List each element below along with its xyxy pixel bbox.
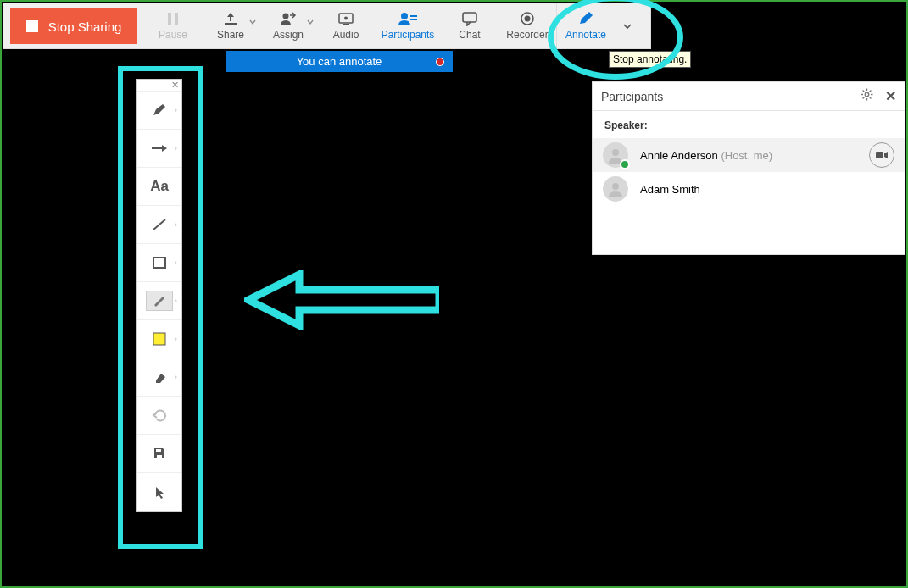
- stop-sharing-label: Stop Sharing: [48, 19, 122, 34]
- participant-row[interactable]: Annie Anderson (Host, me): [593, 138, 905, 172]
- save-icon: [153, 447, 166, 460]
- annotation-tool-panel: ✕ › › Aa › › › › ›: [136, 79, 182, 512]
- cursor-icon: [153, 485, 165, 499]
- svg-rect-10: [463, 13, 476, 22]
- recorder-button[interactable]: Recorder: [499, 3, 556, 48]
- recorder-icon: [517, 11, 538, 26]
- settings-icon[interactable]: [861, 88, 873, 104]
- svg-rect-9: [410, 19, 417, 20]
- save-tool[interactable]: [137, 435, 181, 473]
- annotate-status-bar: You can annotate: [226, 51, 453, 72]
- chevron-right-icon: ›: [175, 373, 177, 381]
- video-button[interactable]: [869, 142, 894, 168]
- share-button[interactable]: Share: [202, 3, 259, 48]
- annotate-icon: [576, 11, 596, 26]
- chevron-down-icon: [249, 19, 256, 25]
- color-swatch-icon: [153, 332, 166, 346]
- top-toolbar: Stop Sharing Pause Share Assign Audio Pa…: [3, 3, 651, 49]
- stop-sharing-button[interactable]: Stop Sharing: [10, 8, 137, 44]
- assign-button[interactable]: Assign: [259, 3, 317, 48]
- svg-rect-29: [876, 152, 883, 158]
- chat-icon: [460, 11, 480, 26]
- svg-rect-1: [175, 13, 178, 25]
- annotate-dropdown[interactable]: [615, 3, 640, 48]
- line-tool[interactable]: ›: [137, 206, 181, 244]
- participants-title: Participants: [601, 90, 663, 103]
- share-label: Share: [217, 29, 244, 41]
- close-icon[interactable]: ✕: [171, 80, 179, 91]
- pause-icon: [163, 11, 183, 26]
- participants-icon: [398, 11, 418, 26]
- highlighter-icon: [146, 291, 173, 311]
- arrow-tool[interactable]: ›: [137, 130, 181, 168]
- share-icon: [220, 11, 241, 26]
- pen-tool[interactable]: ›: [137, 92, 181, 130]
- avatar: [603, 142, 628, 168]
- svg-rect-8: [410, 15, 417, 17]
- avatar: [603, 176, 628, 202]
- text-tool[interactable]: Aa: [137, 168, 181, 206]
- svg-line-14: [153, 219, 165, 230]
- annotate-button[interactable]: Annotate: [557, 3, 615, 48]
- svg-point-6: [344, 17, 348, 20]
- rectangle-tool[interactable]: ›: [137, 244, 181, 282]
- svg-point-12: [525, 16, 531, 22]
- pause-label: Pause: [159, 29, 187, 41]
- close-icon[interactable]: ✕: [885, 88, 896, 104]
- participant-name: Annie Anderson (Host, me): [640, 149, 772, 162]
- svg-point-3: [283, 14, 289, 19]
- audio-icon: [336, 11, 356, 26]
- annotate-label: Annotate: [565, 29, 606, 41]
- rectangle-icon: [152, 256, 167, 269]
- color-tool[interactable]: ›: [137, 320, 181, 358]
- chat-button[interactable]: Chat: [441, 3, 499, 48]
- audio-label: Audio: [333, 29, 359, 41]
- video-icon: [875, 150, 889, 160]
- svg-line-26: [870, 91, 872, 92]
- pause-button[interactable]: Pause: [144, 3, 202, 48]
- svg-rect-17: [156, 449, 161, 452]
- svg-rect-2: [225, 23, 237, 25]
- presence-badge-icon: [620, 159, 630, 169]
- cursor-tool[interactable]: [137, 473, 181, 511]
- participant-role: (Host, me): [721, 149, 772, 162]
- arrow-icon: [150, 142, 169, 154]
- undo-tool[interactable]: [137, 397, 181, 435]
- participant-row[interactable]: Adam Smith: [593, 172, 905, 206]
- stop-icon: [26, 20, 38, 32]
- svg-line-25: [870, 97, 872, 99]
- chevron-down-icon: [307, 19, 314, 25]
- chevron-right-icon: ›: [175, 106, 177, 114]
- eraser-tool[interactable]: ›: [137, 358, 181, 397]
- svg-point-28: [612, 149, 619, 156]
- recorder-label: Recorder: [506, 29, 548, 41]
- chevron-right-icon: ›: [175, 144, 177, 153]
- participants-titlebar: Participants ✕: [593, 82, 905, 111]
- recording-dot-icon: [436, 58, 444, 66]
- chevron-right-icon: ›: [175, 220, 177, 229]
- participants-button[interactable]: Participants: [375, 3, 441, 48]
- tool-panel-close-row: ✕: [137, 80, 181, 92]
- chat-label: Chat: [459, 29, 480, 41]
- text-icon: Aa: [150, 178, 169, 195]
- assign-icon: [278, 11, 298, 26]
- svg-point-19: [865, 92, 868, 96]
- eraser-icon: [151, 370, 168, 384]
- chevron-right-icon: ›: [175, 297, 177, 305]
- speaker-label: Speaker:: [593, 111, 905, 138]
- highlighter-tool[interactable]: ›: [137, 282, 181, 320]
- svg-rect-15: [153, 258, 165, 268]
- svg-rect-0: [168, 13, 171, 25]
- chevron-right-icon: ›: [175, 258, 177, 267]
- chevron-right-icon: ›: [175, 335, 177, 343]
- annotate-status-label: You can annotate: [297, 55, 382, 68]
- assign-label: Assign: [273, 29, 304, 41]
- participants-panel: Participants ✕ Speaker: Annie Anderson (…: [592, 81, 905, 255]
- participants-label: Participants: [382, 29, 435, 41]
- svg-rect-16: [153, 333, 165, 345]
- svg-rect-18: [157, 455, 162, 458]
- svg-rect-5: [343, 24, 349, 25]
- chevron-down-icon: [622, 21, 632, 31]
- audio-button[interactable]: Audio: [317, 3, 375, 48]
- svg-line-24: [863, 91, 865, 92]
